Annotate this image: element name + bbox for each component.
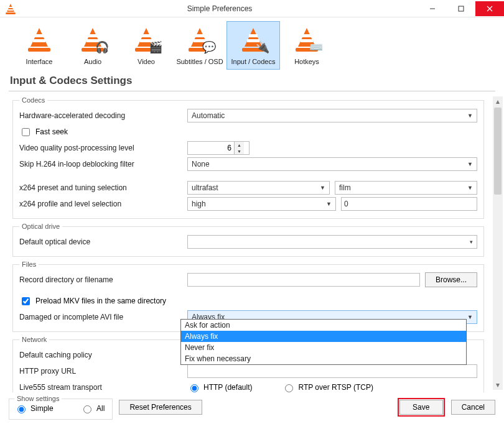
scrollbar-thumb[interactable] bbox=[494, 108, 502, 195]
fast-seek-checkbox[interactable]: Fast seek bbox=[19, 126, 68, 138]
damaged-avi-option-ask[interactable]: Ask for action bbox=[181, 320, 466, 331]
vertical-scrollbar[interactable]: ▴ ▾ bbox=[493, 96, 503, 390]
caching-policy-label: Default caching policy bbox=[19, 351, 182, 359]
maximize-button[interactable] bbox=[447, 1, 475, 16]
close-button[interactable] bbox=[475, 1, 504, 16]
tab-hotkeys[interactable]: ⌨️ Hotkeys bbox=[280, 21, 334, 70]
damaged-avi-dropdown-list[interactable]: Ask for action Always fix Never fix Fix … bbox=[180, 319, 467, 365]
window-title: Simple Preferences bbox=[21, 4, 418, 13]
cone-icon: ⌨️ bbox=[293, 25, 320, 53]
cone-icon: 💬 bbox=[186, 25, 213, 53]
live555-rtsp-radio[interactable]: RTP over RTSP (TCP) bbox=[282, 382, 373, 392]
default-optical-label: Default optical device bbox=[19, 238, 182, 246]
footer: Show settings Simple All Reset Preferenc… bbox=[0, 392, 504, 426]
group-codecs-legend: Codecs bbox=[19, 96, 47, 104]
skip-deblock-select[interactable]: None▼ bbox=[187, 157, 477, 171]
live555-label: Live555 stream transport bbox=[19, 383, 182, 392]
group-files-legend: Files bbox=[19, 261, 39, 268]
pp-level-input[interactable] bbox=[188, 142, 234, 154]
minimize-button[interactable] bbox=[418, 1, 447, 16]
x264-profile-select[interactable]: high▼ bbox=[187, 197, 336, 211]
group-optical: Optical drive Default optical device ▾ bbox=[12, 223, 484, 257]
pp-level-spinner[interactable]: ▲▼ bbox=[187, 141, 250, 155]
pp-level-label: Video quality post-processing level bbox=[19, 144, 182, 152]
http-proxy-label: HTTP proxy URL bbox=[19, 367, 182, 376]
record-dir-label: Record directory or filename bbox=[19, 275, 182, 284]
show-settings-all-radio[interactable]: All bbox=[80, 404, 105, 413]
default-optical-select[interactable]: ▾ bbox=[187, 235, 477, 249]
chevron-down-icon: ▼ bbox=[467, 161, 473, 167]
live555-http-radio[interactable]: HTTP (default) bbox=[187, 382, 252, 392]
chevron-down-icon: ▾ bbox=[470, 239, 473, 245]
tab-input-codecs[interactable]: 🔌 Input / Codecs bbox=[226, 21, 280, 70]
x264-preset-select[interactable]: ultrafast▼ bbox=[187, 181, 330, 195]
category-tabs: Interface 🎧 Audio 🎬 Video 💬 Subtitles / … bbox=[0, 17, 504, 70]
damaged-avi-option-never[interactable]: Never fix bbox=[181, 342, 466, 353]
damaged-avi-option-when-necessary[interactable]: Fix when necessary bbox=[181, 353, 466, 364]
tab-subtitles[interactable]: 💬 Subtitles / OSD bbox=[173, 21, 226, 70]
chevron-down-icon: ▼ bbox=[467, 314, 473, 320]
vlc-app-icon bbox=[5, 3, 16, 14]
preload-mkv-checkbox[interactable]: Preload MKV files in the same directory bbox=[19, 295, 166, 307]
cone-icon: 🎬 bbox=[133, 25, 160, 53]
damaged-avi-label: Damaged or incomplete AVI file bbox=[19, 313, 182, 321]
chevron-down-icon: ▼ bbox=[467, 185, 473, 191]
tab-interface[interactable]: Interface bbox=[12, 21, 66, 70]
spin-down-icon[interactable]: ▼ bbox=[235, 148, 244, 154]
group-network-legend: Network bbox=[19, 336, 49, 343]
record-dir-input[interactable] bbox=[187, 273, 420, 287]
spin-up-icon[interactable]: ▲ bbox=[235, 142, 244, 148]
cone-icon: 🎧 bbox=[79, 25, 106, 53]
tab-video[interactable]: 🎬 Video bbox=[119, 21, 173, 70]
x264-preset-label: x264 preset and tuning selection bbox=[19, 183, 182, 192]
http-proxy-input[interactable] bbox=[187, 364, 477, 378]
hw-decode-select[interactable]: Automatic▼ bbox=[187, 109, 477, 122]
skip-deblock-label: Skip H.264 in-loop deblocking filter bbox=[19, 160, 182, 168]
show-settings-simple-radio[interactable]: Simple bbox=[14, 404, 54, 413]
x264-level-input[interactable]: 0 bbox=[341, 197, 477, 211]
scroll-down-icon[interactable]: ▾ bbox=[493, 380, 503, 390]
scroll-up-icon[interactable]: ▴ bbox=[493, 96, 503, 106]
titlebar: Simple Preferences bbox=[0, 0, 504, 17]
save-button[interactable]: Save bbox=[399, 400, 443, 415]
group-codecs: Codecs Hardware-accelerated decoding Aut… bbox=[12, 96, 484, 219]
x264-tune-select[interactable]: film▼ bbox=[335, 181, 477, 195]
tab-audio[interactable]: 🎧 Audio bbox=[66, 21, 119, 70]
cone-icon: 🔌 bbox=[240, 25, 267, 53]
reset-preferences-button[interactable]: Reset Preferences bbox=[119, 400, 202, 415]
damaged-avi-option-always[interactable]: Always fix bbox=[181, 331, 466, 342]
svg-rect-1 bbox=[459, 6, 464, 11]
save-button-highlight: Save bbox=[398, 398, 445, 417]
chevron-down-icon: ▼ bbox=[467, 113, 473, 119]
show-settings-group: Show settings Simple All bbox=[9, 395, 113, 420]
page-title: Input & Codecs Settings bbox=[0, 70, 504, 87]
chevron-down-icon: ▼ bbox=[320, 185, 325, 191]
hw-decode-label: Hardware-accelerated decoding bbox=[19, 111, 182, 120]
chevron-down-icon: ▼ bbox=[326, 201, 332, 207]
cone-icon bbox=[26, 25, 53, 53]
show-settings-legend: Show settings bbox=[14, 395, 62, 402]
settings-scroll-area: Codecs Hardware-accelerated decoding Aut… bbox=[0, 94, 490, 392]
browse-button[interactable]: Browse... bbox=[425, 272, 477, 287]
x264-profile-label: x264 profile and level selection bbox=[19, 200, 182, 208]
cancel-button[interactable]: Cancel bbox=[451, 400, 495, 415]
group-optical-legend: Optical drive bbox=[19, 223, 62, 230]
divider bbox=[9, 91, 495, 91]
